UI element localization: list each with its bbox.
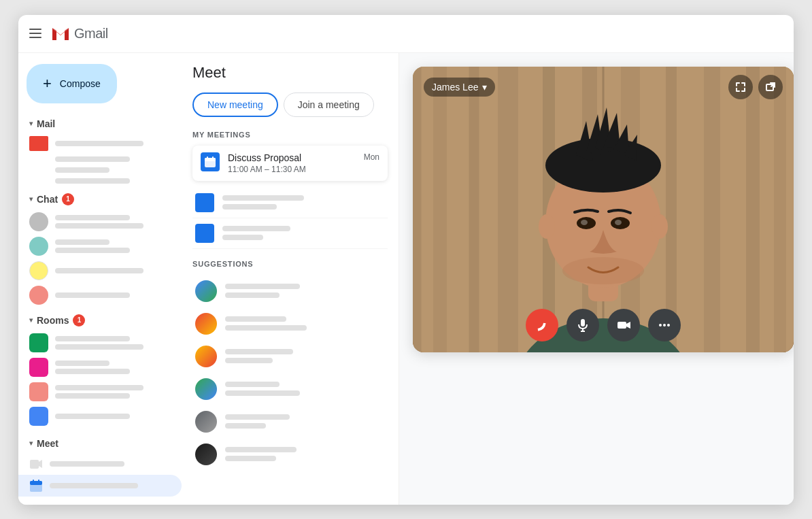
meet-new-item[interactable] [18,453,182,475]
mail-section-header[interactable]: ▾ Mail [18,114,182,133]
room-item-3[interactable] [18,380,182,404]
mail-item-3-lines [55,167,171,173]
video-top-controls [728,75,783,99]
suggest-avatar-3 [195,346,217,367]
center-panel: Meet New meeting Join a meeting MY MEETI… [182,53,399,505]
mail-section: ▾ Mail [18,114,182,186]
rooms-section-label: Rooms [37,315,69,326]
meet-calendar-item[interactable] [18,475,182,497]
compose-plus-icon: + [43,75,52,93]
meeting-row-3-lines [222,226,385,240]
chat-item-4[interactable] [18,283,182,307]
camera-button[interactable] [607,309,640,341]
chat-avatar-1 [29,212,48,231]
join-meeting-button[interactable]: Join a meeting [284,93,374,117]
gmail-label: Gmail [74,26,108,41]
mail-item-3[interactable] [18,165,182,175]
line [225,382,280,387]
rooms-section: ▾ Rooms 1 [18,310,182,429]
mail-inbox-item[interactable] [18,133,182,154]
new-meeting-button[interactable]: New meeting [192,93,278,117]
suggestion-4[interactable] [192,373,388,405]
more-options-button[interactable] [648,309,681,341]
chat-avatar-4 [29,286,48,305]
svg-point-38 [539,214,555,239]
line [55,414,130,419]
suggestion-3[interactable] [192,340,388,373]
line [55,156,130,162]
room-item-1[interactable] [18,331,182,355]
svg-rect-42 [581,319,585,327]
suggest-avatar-6 [195,443,217,465]
meeting-row-2[interactable] [192,188,388,218]
suggestion-6[interactable] [192,438,388,471]
video-name-text: James Lee [432,82,478,93]
meeting-info-1: Discuss Proposal 11:00 AM – 11:30 AM [228,152,356,174]
app-window: Gmail + Compose ▾ Mail [18,15,794,505]
mail-lines [55,141,171,146]
end-call-icon [535,318,549,333]
svg-point-48 [663,324,666,327]
line [55,268,143,273]
chat-item-2[interactable] [18,234,182,258]
line [55,361,109,366]
suggestion-5[interactable] [192,405,388,438]
line [55,393,130,399]
gmail-m-icon [50,22,71,44]
svg-point-49 [667,324,670,327]
external-window-button[interactable] [758,75,783,99]
line [225,358,273,363]
end-call-button[interactable] [526,309,558,341]
room-item-2-lines [55,361,171,374]
line [55,239,109,245]
mute-button[interactable] [566,309,599,341]
chat-item-1[interactable] [18,210,182,234]
room-dot-4 [29,407,48,426]
topbar: Gmail [18,15,794,53]
line [55,167,109,173]
svg-point-47 [659,324,662,327]
rooms-chevron-icon: ▾ [29,316,33,324]
chat-section-header[interactable]: ▾ Chat 1 [18,189,182,210]
room-item-4[interactable] [18,404,182,429]
chat-item-3[interactable] [18,258,182,283]
room-item-2[interactable] [18,355,182,380]
room-dot-1 [29,333,48,352]
expand-button[interactable] [728,75,753,99]
meeting-card-1[interactable]: Discuss Proposal 11:00 AM – 11:30 AM Mon [192,146,388,181]
video-panel: James Lee ▾ [399,53,794,505]
suggestion-2[interactable] [192,307,388,340]
mail-item-4-lines [55,178,171,184]
line [225,456,276,461]
suggestion-1[interactable] [192,275,388,307]
sidebar: + Compose ▾ Mail [18,53,182,505]
meet-chevron-icon: ▾ [29,439,33,447]
chat-section: ▾ Chat 1 [18,189,182,307]
meeting-day-1: Mon [364,152,379,162]
meeting-time-1: 11:00 AM – 11:30 AM [228,165,356,174]
video-user-name: James Lee ▾ [424,78,495,97]
line [55,344,143,350]
meet-sidebar-label: Meet [37,438,58,449]
suggest-avatar-4 [195,378,217,400]
meeting-cal-icon-1 [201,152,220,171]
room-dot-3 [29,382,48,401]
svg-rect-4 [30,481,42,485]
hamburger-button[interactable] [29,29,41,38]
row-line [222,235,263,240]
suggest-avatar-2 [195,313,217,335]
line [225,349,293,354]
line [225,284,300,289]
svg-rect-10 [212,156,214,159]
meeting-row-3[interactable] [192,218,388,249]
meet-sidebar-header[interactable]: ▾ Meet [18,434,182,453]
compose-button[interactable]: + Compose [27,64,117,103]
row-line [222,204,277,210]
line [225,390,300,396]
mail-item-2[interactable] [18,154,182,165]
chat-avatar-2 [29,237,48,256]
mail-item-4[interactable] [18,175,182,186]
calendar-icon [29,479,43,492]
rooms-section-header[interactable]: ▾ Rooms 1 [18,310,182,331]
expand-icon [735,82,746,93]
